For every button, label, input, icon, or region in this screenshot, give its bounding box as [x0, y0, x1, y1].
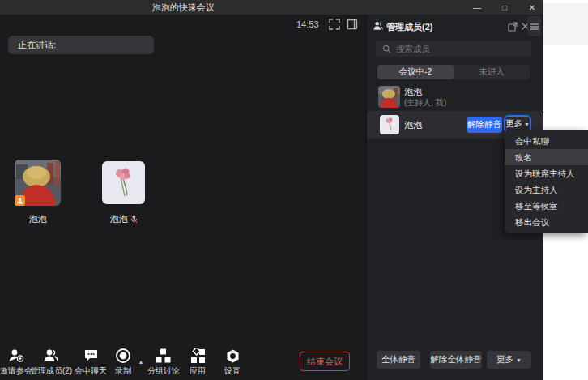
search-input[interactable] — [396, 44, 525, 53]
panel-menu-button[interactable] — [527, 16, 541, 36]
footer-more-button[interactable]: 更多 ▼ — [487, 351, 531, 369]
titlebar: 泡泡的快速会议 — □ ✕ — [0, 0, 543, 15]
breakout-blocks-icon — [156, 348, 172, 364]
end-meeting-button[interactable]: 结束会议 — [300, 352, 350, 371]
toolbar-settings-label: 设置 — [224, 365, 241, 377]
people-icon — [373, 21, 384, 31]
caret-down-icon: ▼ — [524, 122, 530, 127]
tab-not-joined[interactable]: 未进入 — [454, 65, 530, 79]
member-name: 泡泡 — [404, 119, 422, 131]
hamburger-icon — [530, 23, 539, 30]
member-avatar-flowers — [380, 115, 399, 134]
meeting-clock: 14:53 — [296, 19, 319, 29]
desktop-background — [543, 3, 588, 45]
caret-down-icon: ▼ — [516, 357, 522, 363]
active-speaker-pill: 正在讲话: — [8, 36, 154, 54]
member-tabs: 会议中-2 未进入 — [377, 65, 530, 79]
people-icon — [43, 348, 59, 364]
chat-bubble-icon — [83, 348, 99, 364]
record-icon — [115, 348, 131, 364]
menu-item-remove-from-meeting[interactable]: 移出会议 — [505, 214, 588, 230]
avatar-flowers — [102, 161, 145, 204]
main-stage: 14:53 正在讲话: 泡泡 — [0, 15, 366, 380]
member-search[interactable] — [376, 41, 531, 57]
unmute-member-button[interactable]: 解除静音 — [467, 117, 502, 133]
search-icon — [382, 45, 391, 53]
host-badge-icon — [15, 195, 25, 206]
participant-name-2: 泡泡 — [97, 213, 150, 225]
maximize-button[interactable]: □ — [499, 2, 510, 13]
member-more-context-menu: 会中私聊 改名 设为联席主持人 设为主持人 移至等候室 移出会议 — [505, 130, 588, 233]
invite-person-icon — [8, 348, 24, 364]
toolbar-apps-label: 应用 — [190, 365, 206, 377]
mic-muted-icon — [130, 215, 138, 224]
mute-all-button[interactable]: 全体静音 — [377, 351, 420, 369]
member-panel-title: 管理成员(2) — [386, 21, 432, 33]
gear-icon — [224, 348, 241, 364]
window-controls: — □ ✕ — [471, 0, 538, 15]
minimize-button[interactable]: — — [471, 2, 483, 13]
tab-in-meeting[interactable]: 会议中-2 — [377, 65, 454, 79]
apps-grid-icon — [190, 348, 206, 364]
member-row-host[interactable]: 泡泡 (主持人, 我) — [367, 83, 543, 111]
participant-tile-2[interactable] — [102, 161, 145, 204]
toolbar-settings[interactable]: 设置 — [207, 348, 258, 377]
member-role-label: (主持人, 我) — [404, 97, 446, 109]
popout-panel-icon[interactable] — [508, 22, 518, 32]
member-panel-header: 管理成员(2) — [367, 15, 543, 39]
unmute-all-button[interactable]: 解除全体静音 — [430, 351, 482, 369]
menu-item-rename[interactable]: 改名 — [505, 149, 588, 165]
member-name: 泡泡 — [404, 86, 422, 98]
participant-name-1: 泡泡 — [15, 213, 61, 225]
window-title: 泡泡的快速会议 — [0, 0, 366, 15]
menu-item-private-chat[interactable]: 会中私聊 — [505, 133, 588, 149]
toolbar-record-label: 录制 — [115, 365, 131, 377]
menu-item-make-host[interactable]: 设为主持人 — [505, 181, 588, 198]
member-avatar-teddy — [378, 86, 400, 108]
close-button[interactable]: ✕ — [526, 2, 538, 13]
meeting-window: 泡泡的快速会议 — □ ✕ 14:53 正在讲话: — [0, 0, 543, 380]
fullscreen-icon[interactable] — [329, 19, 340, 30]
menu-item-move-to-waiting-room[interactable]: 移至等候室 — [505, 198, 588, 214]
side-panel-toggle-icon[interactable] — [347, 19, 358, 30]
menu-item-make-cohost[interactable]: 设为联席主持人 — [505, 165, 588, 181]
